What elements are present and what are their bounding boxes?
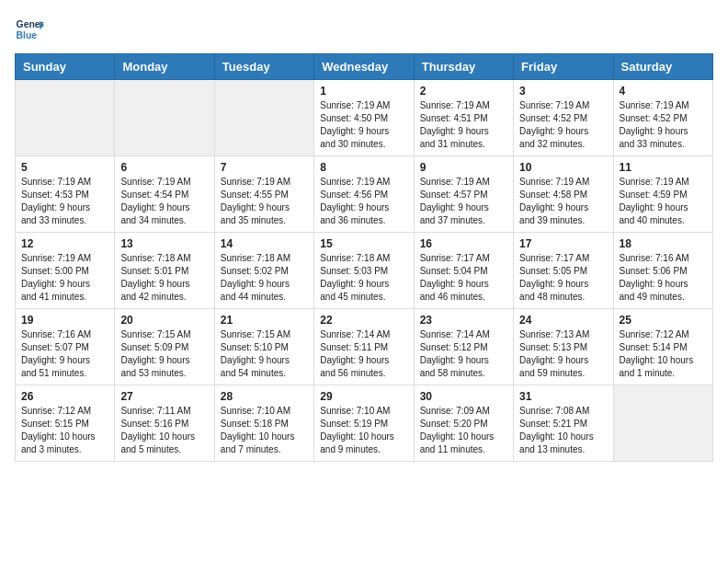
day-number: 23 — [420, 314, 507, 327]
page-header: General Blue — [15, 15, 713, 44]
day-info: Sunrise: 7:11 AM Sunset: 5:16 PM Dayligh… — [120, 405, 208, 456]
calendar-day-cell: 25Sunrise: 7:12 AM Sunset: 5:14 PM Dayli… — [613, 309, 712, 385]
day-number: 25 — [620, 314, 707, 327]
day-info: Sunrise: 7:19 AM Sunset: 4:55 PM Dayligh… — [221, 176, 308, 227]
calendar-day-cell: 7Sunrise: 7:19 AM Sunset: 4:55 PM Daylig… — [214, 156, 313, 233]
day-info: Sunrise: 7:13 AM Sunset: 5:13 PM Dayligh… — [519, 328, 607, 380]
calendar-day-cell: 16Sunrise: 7:17 AM Sunset: 5:04 PM Dayli… — [414, 233, 513, 309]
calendar-day-cell: 22Sunrise: 7:14 AM Sunset: 5:11 PM Dayli… — [314, 309, 414, 385]
day-info: Sunrise: 7:19 AM Sunset: 5:00 PM Dayligh… — [21, 252, 108, 304]
calendar-day-cell: 29Sunrise: 7:10 AM Sunset: 5:19 PM Dayli… — [314, 385, 414, 462]
calendar-day-cell — [16, 80, 115, 156]
day-number: 24 — [519, 314, 607, 327]
day-info: Sunrise: 7:17 AM Sunset: 5:05 PM Dayligh… — [519, 252, 607, 304]
weekday-header-row: SundayMondayTuesdayWednesdayThursdayFrid… — [16, 54, 713, 80]
day-number: 14 — [221, 237, 308, 250]
calendar-day-cell: 20Sunrise: 7:15 AM Sunset: 5:09 PM Dayli… — [115, 309, 214, 385]
logo: General Blue — [15, 15, 44, 44]
day-number: 31 — [519, 390, 607, 403]
calendar-week-row: 19Sunrise: 7:16 AM Sunset: 5:07 PM Dayli… — [16, 309, 713, 385]
day-number: 8 — [320, 161, 407, 174]
day-number: 13 — [120, 237, 208, 250]
day-info: Sunrise: 7:16 AM Sunset: 5:07 PM Dayligh… — [21, 328, 108, 380]
calendar-table: SundayMondayTuesdayWednesdayThursdayFrid… — [15, 53, 713, 462]
calendar-day-cell: 1Sunrise: 7:19 AM Sunset: 4:50 PM Daylig… — [314, 80, 414, 156]
day-number: 4 — [620, 85, 707, 98]
day-info: Sunrise: 7:19 AM Sunset: 4:58 PM Dayligh… — [519, 176, 607, 227]
calendar-week-row: 5Sunrise: 7:19 AM Sunset: 4:53 PM Daylig… — [16, 156, 713, 233]
calendar-day-cell: 18Sunrise: 7:16 AM Sunset: 5:06 PM Dayli… — [613, 233, 712, 309]
day-number: 30 — [420, 390, 507, 403]
day-number: 27 — [120, 390, 208, 403]
calendar-day-cell: 12Sunrise: 7:19 AM Sunset: 5:00 PM Dayli… — [16, 233, 115, 309]
day-info: Sunrise: 7:12 AM Sunset: 5:15 PM Dayligh… — [21, 405, 108, 456]
weekday-header-wednesday: Wednesday — [314, 54, 414, 80]
day-number: 28 — [221, 390, 308, 403]
calendar-day-cell: 8Sunrise: 7:19 AM Sunset: 4:56 PM Daylig… — [314, 156, 414, 233]
calendar-day-cell: 3Sunrise: 7:19 AM Sunset: 4:52 PM Daylig… — [514, 80, 613, 156]
day-number: 29 — [320, 390, 407, 403]
day-info: Sunrise: 7:18 AM Sunset: 5:02 PM Dayligh… — [221, 252, 308, 304]
day-info: Sunrise: 7:19 AM Sunset: 4:56 PM Dayligh… — [320, 176, 407, 227]
day-number: 18 — [620, 237, 707, 250]
calendar-day-cell: 14Sunrise: 7:18 AM Sunset: 5:02 PM Dayli… — [214, 233, 313, 309]
day-info: Sunrise: 7:17 AM Sunset: 5:04 PM Dayligh… — [420, 252, 507, 304]
day-number: 15 — [320, 237, 407, 250]
day-number: 9 — [420, 161, 507, 174]
calendar-day-cell — [613, 385, 712, 462]
day-number: 5 — [21, 161, 108, 174]
calendar-day-cell: 23Sunrise: 7:14 AM Sunset: 5:12 PM Dayli… — [414, 309, 513, 385]
calendar-day-cell: 10Sunrise: 7:19 AM Sunset: 4:58 PM Dayli… — [514, 156, 613, 233]
calendar-day-cell: 4Sunrise: 7:19 AM Sunset: 4:52 PM Daylig… — [613, 80, 712, 156]
calendar-week-row: 26Sunrise: 7:12 AM Sunset: 5:15 PM Dayli… — [16, 385, 713, 462]
calendar-day-cell — [115, 80, 214, 156]
weekday-header-thursday: Thursday — [414, 54, 513, 80]
day-info: Sunrise: 7:12 AM Sunset: 5:14 PM Dayligh… — [620, 328, 707, 380]
calendar-day-cell: 13Sunrise: 7:18 AM Sunset: 5:01 PM Dayli… — [115, 233, 214, 309]
day-info: Sunrise: 7:19 AM Sunset: 4:52 PM Dayligh… — [620, 99, 707, 151]
day-number: 22 — [320, 314, 407, 327]
day-number: 20 — [120, 314, 208, 327]
calendar-day-cell: 24Sunrise: 7:13 AM Sunset: 5:13 PM Dayli… — [514, 309, 613, 385]
day-info: Sunrise: 7:18 AM Sunset: 5:01 PM Dayligh… — [120, 252, 208, 304]
day-number: 16 — [420, 237, 507, 250]
weekday-header-tuesday: Tuesday — [214, 54, 313, 80]
day-info: Sunrise: 7:08 AM Sunset: 5:21 PM Dayligh… — [519, 405, 607, 456]
day-info: Sunrise: 7:10 AM Sunset: 5:18 PM Dayligh… — [221, 405, 308, 456]
calendar-day-cell: 5Sunrise: 7:19 AM Sunset: 4:53 PM Daylig… — [16, 156, 115, 233]
day-number: 12 — [21, 237, 108, 250]
calendar-day-cell: 17Sunrise: 7:17 AM Sunset: 5:05 PM Dayli… — [514, 233, 613, 309]
calendar-day-cell: 15Sunrise: 7:18 AM Sunset: 5:03 PM Dayli… — [314, 233, 414, 309]
calendar-day-cell: 30Sunrise: 7:09 AM Sunset: 5:20 PM Dayli… — [414, 385, 513, 462]
calendar-day-cell: 6Sunrise: 7:19 AM Sunset: 4:54 PM Daylig… — [115, 156, 214, 233]
day-info: Sunrise: 7:10 AM Sunset: 5:19 PM Dayligh… — [320, 405, 407, 456]
calendar-day-cell: 31Sunrise: 7:08 AM Sunset: 5:21 PM Dayli… — [514, 385, 613, 462]
weekday-header-friday: Friday — [514, 54, 613, 80]
day-info: Sunrise: 7:16 AM Sunset: 5:06 PM Dayligh… — [620, 252, 707, 304]
day-number: 6 — [120, 161, 208, 174]
day-info: Sunrise: 7:19 AM Sunset: 4:52 PM Dayligh… — [519, 99, 607, 151]
day-number: 17 — [519, 237, 607, 250]
day-info: Sunrise: 7:18 AM Sunset: 5:03 PM Dayligh… — [320, 252, 407, 304]
day-number: 3 — [519, 85, 607, 98]
day-info: Sunrise: 7:15 AM Sunset: 5:09 PM Dayligh… — [120, 328, 208, 380]
day-number: 10 — [519, 161, 607, 174]
day-info: Sunrise: 7:19 AM Sunset: 4:57 PM Dayligh… — [420, 176, 507, 227]
day-info: Sunrise: 7:19 AM Sunset: 4:53 PM Dayligh… — [21, 176, 108, 227]
day-info: Sunrise: 7:15 AM Sunset: 5:10 PM Dayligh… — [221, 328, 308, 380]
day-info: Sunrise: 7:14 AM Sunset: 5:11 PM Dayligh… — [320, 328, 407, 380]
svg-text:Blue: Blue — [17, 30, 38, 40]
day-number: 2 — [420, 85, 507, 98]
calendar-day-cell: 21Sunrise: 7:15 AM Sunset: 5:10 PM Dayli… — [214, 309, 313, 385]
day-number: 26 — [21, 390, 108, 403]
calendar-day-cell: 28Sunrise: 7:10 AM Sunset: 5:18 PM Dayli… — [214, 385, 313, 462]
calendar-day-cell: 9Sunrise: 7:19 AM Sunset: 4:57 PM Daylig… — [414, 156, 513, 233]
day-info: Sunrise: 7:19 AM Sunset: 4:50 PM Dayligh… — [320, 99, 407, 151]
day-info: Sunrise: 7:09 AM Sunset: 5:20 PM Dayligh… — [420, 405, 507, 456]
calendar-day-cell: 2Sunrise: 7:19 AM Sunset: 4:51 PM Daylig… — [414, 80, 513, 156]
day-number: 21 — [221, 314, 308, 327]
calendar-day-cell — [214, 80, 313, 156]
weekday-header-sunday: Sunday — [16, 54, 115, 80]
day-info: Sunrise: 7:19 AM Sunset: 4:59 PM Dayligh… — [620, 176, 707, 227]
day-number: 1 — [320, 85, 407, 98]
